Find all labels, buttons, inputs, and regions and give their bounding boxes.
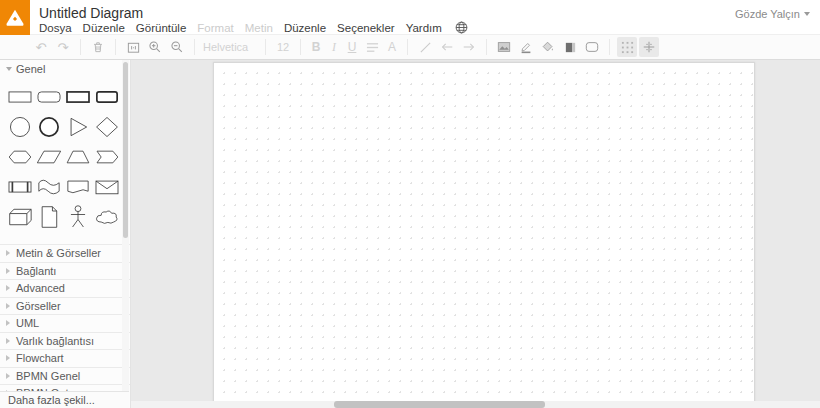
sidebar-section-genel[interactable]: Genel — [0, 60, 130, 78]
menubar: Dosya Düzenle Görüntüle Format Metin Düz… — [39, 21, 468, 34]
underline-button[interactable]: U — [343, 40, 361, 54]
chevron-right-icon — [6, 338, 10, 344]
shape-note[interactable] — [34, 203, 63, 231]
font-family-select[interactable]: Helvetica — [201, 41, 259, 53]
more-shapes-button[interactable]: Daha fazla şekil... — [0, 391, 129, 408]
section-label: Flowchart — [16, 352, 64, 364]
shape-bold-ellipse[interactable] — [34, 113, 63, 141]
menu-duzenle-arrange[interactable]: Düzenle — [284, 22, 326, 34]
shape-cloud[interactable] — [92, 203, 121, 231]
sidebar-scrollbar-thumb[interactable] — [123, 62, 128, 238]
shape-rounded-rectangle[interactable] — [34, 83, 63, 111]
shape-cube[interactable] — [5, 203, 34, 231]
shape-actor[interactable] — [63, 203, 92, 231]
toolbar: ↶ ↷ Helvetica 12 B I — [0, 34, 820, 60]
section-label: Metin & Görseller — [16, 247, 101, 259]
menu-yardim[interactable]: Yardım — [406, 22, 442, 34]
shape-document[interactable] — [63, 173, 92, 201]
undo-button[interactable]: ↶ — [31, 37, 51, 57]
menu-goruntule[interactable]: Görüntüle — [136, 22, 187, 34]
sidebar-section-metin-gorseller[interactable]: Metin & Görseller — [0, 244, 130, 262]
section-label: Bağlantı — [16, 265, 56, 277]
shape-triangle[interactable] — [63, 113, 92, 141]
waypoint-left-button[interactable] — [437, 37, 457, 57]
chevron-down-icon — [804, 12, 810, 16]
shape-diamond[interactable] — [92, 113, 121, 141]
shape-envelope[interactable] — [92, 173, 121, 201]
sidebar-section-advanced[interactable]: Advanced — [0, 279, 130, 297]
chevron-down-icon — [6, 67, 12, 71]
waypoint-right-button[interactable] — [459, 37, 479, 57]
font-size-select[interactable]: 12 — [272, 41, 294, 53]
insert-image-button[interactable] — [494, 37, 514, 57]
chevron-right-icon — [6, 268, 10, 274]
shape-trapezoid[interactable] — [63, 143, 92, 171]
section-label: UML — [16, 317, 39, 329]
chevron-right-icon — [6, 355, 10, 361]
user-menu[interactable]: Gözde Yalçın — [735, 8, 810, 20]
delete-button[interactable] — [88, 37, 108, 57]
shape-rectangle[interactable] — [5, 83, 34, 111]
chevron-right-icon — [6, 320, 10, 326]
sidebar-section-varlik-baglantisi[interactable]: Varlık bağlantısı — [0, 332, 130, 350]
redo-button[interactable]: ↷ — [53, 37, 73, 57]
horizontal-scrollbar-thumb[interactable] — [334, 401, 545, 408]
section-label: Advanced — [16, 282, 65, 294]
sidebar-section-baglanti[interactable]: Bağlantı — [0, 262, 130, 280]
italic-button[interactable]: I — [325, 40, 343, 55]
chevron-right-icon — [6, 303, 10, 309]
shape-ellipse[interactable] — [5, 113, 34, 141]
zoom-out-button[interactable] — [167, 37, 187, 57]
shape-bold-rounded-rectangle[interactable] — [92, 83, 121, 111]
sidebar-section-flowchart[interactable]: Flowchart — [0, 349, 130, 367]
font-color-button[interactable]: A — [383, 40, 401, 54]
shape-tape[interactable] — [34, 173, 63, 201]
chevron-right-icon — [6, 250, 10, 256]
section-label: Görseller — [16, 300, 61, 312]
chevron-right-icon — [6, 373, 10, 379]
line-color-button[interactable] — [516, 37, 536, 57]
shape-hexagon[interactable] — [5, 143, 34, 171]
language-globe-icon[interactable] — [455, 21, 468, 34]
chevron-right-icon — [6, 285, 10, 291]
guides-toggle-button[interactable] — [639, 37, 659, 57]
connection-style-button[interactable] — [415, 37, 435, 57]
sidebar-section-bpmn-genel[interactable]: BPMN Genel — [0, 367, 130, 385]
menu-duzenle[interactable]: Düzenle — [83, 22, 125, 34]
menu-dosya[interactable]: Dosya — [39, 22, 72, 34]
fill-color-button[interactable] — [538, 37, 558, 57]
shape-bold-rectangle[interactable] — [63, 83, 92, 111]
drawio-logo-icon — [4, 7, 26, 29]
text-align-button[interactable] — [362, 37, 382, 57]
menu-format: Format — [197, 22, 233, 34]
section-label: BPMN Genel — [16, 370, 80, 382]
fit-page-button[interactable] — [123, 37, 143, 57]
zoom-in-button[interactable] — [145, 37, 165, 57]
menu-metin: Metin — [245, 22, 273, 34]
menu-secenekler[interactable]: Seçenekler — [337, 22, 395, 34]
shape-palette — [0, 78, 130, 244]
horizontal-scrollbar[interactable] — [131, 401, 820, 408]
shadow-button[interactable] — [560, 37, 580, 57]
section-label: Varlık bağlantısı — [16, 335, 94, 347]
page-title: Untitled Diagram — [39, 5, 143, 21]
diagram-page[interactable] — [213, 62, 755, 402]
shape-process[interactable] — [5, 173, 34, 201]
sidebar-section-gorseller[interactable]: Görseller — [0, 297, 130, 315]
sidebar-section-uml[interactable]: UML — [0, 314, 130, 332]
bold-button[interactable]: B — [307, 40, 325, 54]
section-label: Genel — [16, 63, 45, 75]
drawio-app: Untitled Diagram Dosya Düzenle Görüntüle… — [0, 0, 820, 408]
shapes-sidebar: Genel — [0, 60, 131, 408]
sidebar-scrollbar[interactable] — [122, 60, 129, 391]
header: Untitled Diagram Dosya Düzenle Görüntüle… — [0, 0, 820, 34]
shape-step[interactable] — [92, 143, 121, 171]
user-name: Gözde Yalçın — [735, 8, 800, 20]
app-logo — [0, 0, 30, 35]
canvas-area[interactable] — [131, 60, 820, 408]
rounded-style-button[interactable] — [582, 37, 602, 57]
grid-toggle-button[interactable] — [617, 37, 637, 57]
shape-parallelogram[interactable] — [34, 143, 63, 171]
